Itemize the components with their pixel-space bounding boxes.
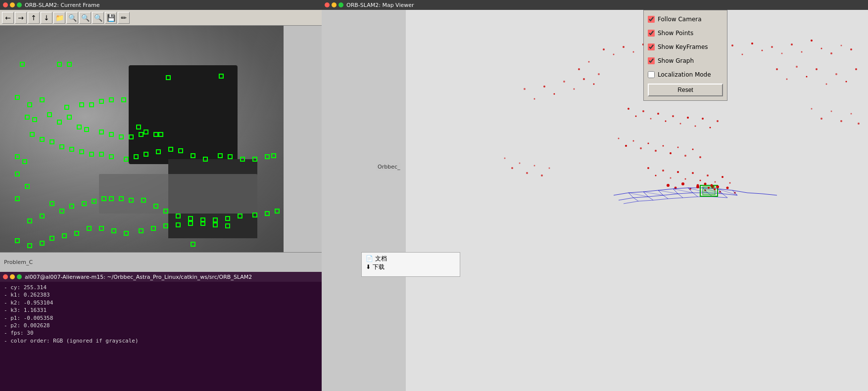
track-square	[49, 139, 54, 144]
track-square	[109, 97, 114, 102]
show-points-row[interactable]: Show Points	[646, 26, 725, 40]
svg-point-82	[729, 182, 731, 184]
svg-line-118	[693, 193, 698, 197]
track-square	[213, 217, 218, 222]
search-btn[interactable]: 🔍	[66, 12, 78, 24]
svg-point-27	[588, 61, 590, 63]
show-graph-row[interactable]: Show Graph	[646, 54, 725, 68]
terminal-close-btn[interactable]	[3, 274, 8, 279]
svg-point-91	[820, 118, 822, 120]
minimize-btn[interactable]	[10, 2, 15, 7]
svg-point-21	[811, 40, 813, 42]
save-btn[interactable]: 💾	[105, 12, 117, 24]
svg-point-25	[850, 48, 852, 50]
localization-mode-row[interactable]: Localization Mode	[646, 68, 725, 82]
zoom-out-btn[interactable]: 🔍	[92, 12, 104, 24]
svg-point-39	[796, 66, 798, 68]
svg-point-42	[826, 84, 827, 85]
svg-point-3	[633, 51, 634, 53]
show-keyframes-label: Show KeyFrames	[658, 43, 708, 50]
terminal-minimize-btn[interactable]	[10, 274, 15, 279]
track-square	[178, 148, 183, 153]
terminal-content[interactable]: - cy: 255.314 - k1: 0.262383 - k2: -0.95…	[0, 282, 322, 391]
svg-point-43	[835, 73, 837, 75]
follow-camera-row[interactable]: Follow Camera	[646, 12, 725, 26]
track-square	[109, 154, 114, 159]
current-frame-panel: ORB-SLAM2: Current Frame ← → ↑ ↓ 📁 🔍 🔍 🔍…	[0, 0, 322, 391]
map-minimize-btn[interactable]	[332, 2, 337, 7]
svg-line-116	[663, 195, 668, 199]
zoom-in-btn[interactable]: 🔍	[79, 12, 91, 24]
svg-point-38	[786, 79, 788, 80]
close-btn[interactable]	[3, 2, 8, 7]
svg-point-47	[635, 116, 637, 117]
track-square	[144, 130, 148, 134]
svg-point-13	[731, 44, 733, 46]
svg-point-95	[858, 123, 860, 125]
track-square	[252, 213, 257, 217]
track-square	[101, 196, 106, 201]
svg-point-57	[710, 127, 711, 129]
track-square	[129, 198, 134, 203]
map-close-btn[interactable]	[325, 2, 330, 7]
track-square	[228, 154, 233, 159]
track-square	[82, 201, 87, 206]
down-btn[interactable]: ↓	[41, 12, 52, 24]
edit-btn[interactable]: ✏️	[118, 12, 130, 24]
terminal-line-5: - p1: -0.005358	[4, 314, 318, 322]
svg-point-69	[692, 149, 694, 150]
camera-feed	[0, 26, 284, 253]
svg-point-79	[707, 174, 709, 176]
svg-point-56	[702, 118, 704, 120]
window-controls	[3, 2, 22, 7]
localization-mode-checkbox[interactable]	[648, 71, 655, 78]
track-square	[25, 115, 30, 120]
reset-button[interactable]: Reset	[648, 84, 723, 96]
forward-btn[interactable]: →	[15, 12, 27, 24]
track-square	[153, 132, 158, 137]
svg-point-29	[593, 84, 595, 85]
svg-point-104	[726, 187, 729, 189]
maximize-btn[interactable]	[17, 2, 22, 7]
show-points-checkbox[interactable]	[648, 30, 655, 37]
svg-line-114	[633, 198, 638, 201]
svg-point-52	[672, 115, 674, 117]
svg-point-90	[811, 108, 813, 110]
follow-camera-checkbox[interactable]	[648, 16, 655, 23]
localization-mode-label: Localization Mode	[658, 71, 711, 78]
show-keyframes-checkbox[interactable]	[648, 43, 655, 50]
svg-point-23	[830, 52, 832, 54]
show-graph-checkbox[interactable]	[648, 57, 655, 64]
track-square	[40, 241, 45, 246]
svg-point-0	[603, 48, 605, 50]
track-square	[275, 209, 280, 214]
svg-point-49	[650, 118, 652, 120]
terminal-line-3: - k2: -0.953104	[4, 299, 318, 306]
svg-point-98	[681, 182, 684, 185]
up-btn[interactable]: ↑	[28, 12, 40, 24]
svg-line-121	[628, 193, 648, 197]
track-square	[15, 196, 20, 201]
terminal-line-1: - cy: 255.314	[4, 284, 318, 291]
back-btn[interactable]: ←	[2, 12, 14, 24]
file-manager-partial: 📄 文档 ⬇ 下载	[361, 252, 460, 277]
svg-point-34	[543, 86, 545, 87]
track-square	[40, 97, 45, 102]
svg-point-75	[677, 171, 679, 173]
track-square	[79, 149, 84, 154]
track-square	[121, 97, 126, 102]
map-maximize-btn[interactable]	[338, 2, 343, 7]
show-keyframes-row[interactable]: Show KeyFrames	[646, 40, 725, 54]
track-square	[141, 198, 146, 203]
svg-point-33	[554, 93, 555, 95]
track-square	[139, 228, 144, 233]
svg-point-83	[504, 158, 506, 159]
svg-point-73	[662, 170, 664, 172]
folder-btn[interactable]: 📁	[53, 12, 65, 24]
svg-point-60	[625, 145, 627, 147]
svg-point-84	[511, 167, 513, 169]
terminal-maximize-btn[interactable]	[17, 274, 22, 279]
toolbar: ← → ↑ ↓ 📁 🔍 🔍 🔍 💾 ✏️	[0, 10, 322, 26]
svg-point-87	[534, 165, 535, 167]
track-square	[87, 226, 92, 231]
